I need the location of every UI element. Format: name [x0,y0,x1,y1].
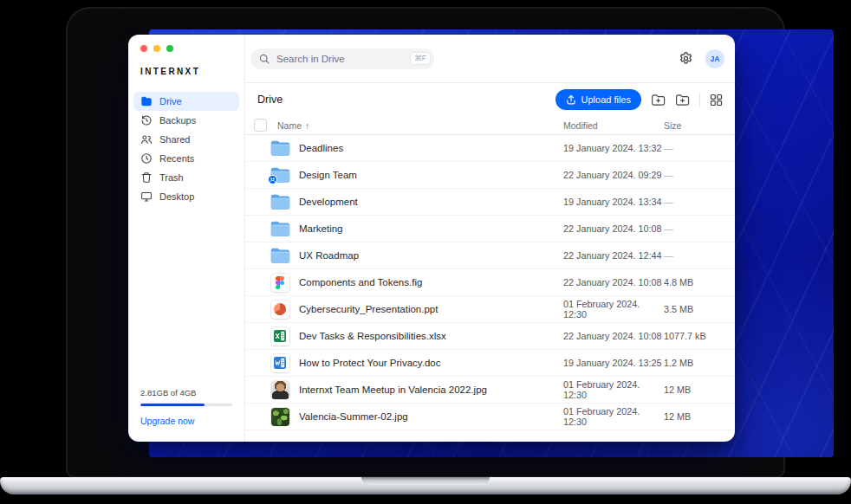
sidebar-item-drive[interactable]: Drive [133,92,239,111]
sidebar-item-backups[interactable]: Backups [133,111,239,130]
zoom-window-icon[interactable] [166,45,173,52]
row-icon-slot [270,381,290,399]
toolbar-actions: Upload files [555,89,723,110]
storage-progress-bar [140,404,232,406]
storage-section: 2.81GB of 4GB Upgrade now [128,388,244,442]
row-icon-slot [270,194,290,210]
search-input[interactable] [275,53,406,65]
upload-folder-icon [651,94,666,107]
storage-progress-fill [140,404,205,406]
laptop-mockup: INTERNXT Drive Backups Shared Recents Tr… [0,0,851,504]
table-row[interactable]: How to Protect Your Privacy.doc 19 Janua… [245,350,735,377]
row-icon-slot [270,274,290,292]
avatar[interactable]: JA [705,49,724,68]
desktop-icon [140,191,153,203]
row-icon-slot [270,140,290,156]
word-file-icon [271,354,289,372]
page-title: Drive [257,94,283,106]
toolbar-divider [699,93,700,107]
table-row[interactable]: UX Roadmap 22 January 2024. 12:44 — [245,242,735,269]
table-row[interactable]: Development 19 January 2024. 13:34 — [245,189,735,216]
row-icon-slot [270,354,290,372]
upload-icon [566,94,576,105]
photo-thumbnail [271,408,289,426]
upload-folder-button[interactable] [651,94,666,107]
upgrade-now-link[interactable]: Upgrade now [140,416,232,426]
folder-icon [270,194,290,210]
topbar: ⌘F JA [245,35,735,83]
sidebar-item-desktop[interactable]: Desktop [133,187,239,206]
row-icon-slot [270,221,290,236]
column-header-modified[interactable]: Modified [563,120,664,131]
storage-usage-label: 2.81GB of 4GB [140,388,232,397]
sidebar-item-shared[interactable]: Shared [133,130,239,149]
window-controls [128,45,244,52]
upload-files-button[interactable]: Upload files [555,89,641,110]
sort-ascending-icon: ↑ [305,120,309,131]
sidebar: INTERNXT Drive Backups Shared Recents Tr… [128,35,245,442]
laptop-base-notch [361,477,490,485]
settings-button[interactable] [679,51,693,66]
grid-view-button[interactable] [710,94,723,107]
folder-icon [270,221,290,236]
table-row[interactable]: Design Team 22 January 2024. 09:29 — [245,162,735,189]
folder-icon [270,248,290,263]
table-row[interactable]: Internxt Team Meetup in Valencia 2022.jp… [245,377,735,404]
search-shortcut-badge: ⌘F [411,53,430,64]
table-row[interactable]: Deadlines 19 January 2024. 13:32 — [245,135,735,162]
main-panel: ⌘F JA Drive Upload files [245,35,735,442]
file-list: Deadlines 19 January 2024. 13:32 — Desig… [245,135,735,442]
photo-thumbnail [271,381,289,399]
excel-file-icon [271,327,289,346]
table-row[interactable]: Components and Tokens.fig 22 January 202… [245,269,735,296]
recents-icon [140,152,153,165]
close-window-icon[interactable] [140,45,147,52]
sidebar-nav: Drive Backups Shared Recents Trash Deskt… [128,87,244,206]
sidebar-item-recents[interactable]: Recents [133,149,239,168]
table-header: Name ↑ Modified Size [245,116,735,135]
internxt-drive-window: INTERNXT Drive Backups Shared Recents Tr… [128,35,735,442]
table-row[interactable]: Cybersecurity_Presentation.ppt 01 Februa… [245,296,735,323]
grid-view-icon [710,94,723,107]
content-header: Drive Upload files [245,83,735,116]
folder-icon [270,140,290,156]
row-icon-slot [270,167,290,183]
drive-folder-icon [140,95,153,107]
shared-icon [140,133,153,145]
trash-icon [140,171,153,184]
select-all-checkbox[interactable] [254,119,267,132]
row-icon-slot [270,300,290,319]
row-icon-slot [270,248,290,263]
column-header-size[interactable]: Size [664,120,723,131]
powerpoint-file-icon [271,300,289,319]
table-row[interactable]: Valencia-Summer-02.jpg 01 February 2024.… [245,404,735,430]
row-icon-slot [270,327,290,346]
backups-icon [140,114,153,126]
create-folder-icon [675,94,690,107]
table-row[interactable]: Marketing 22 January 2024. 10:08 — [245,216,735,242]
create-folder-button[interactable] [675,94,690,107]
table-row[interactable]: Dev Tasks & Responsibilities.xlsx 22 Jan… [245,323,735,350]
search-icon [259,54,270,64]
figma-file-icon [271,274,289,292]
search-bar[interactable]: ⌘F [250,48,434,69]
minimize-window-icon[interactable] [153,45,160,52]
internxt-logo: INTERNXT [140,67,232,76]
row-icon-slot [270,408,290,426]
column-header-name[interactable]: Name ↑ [277,120,563,131]
shared-badge-icon [268,175,277,184]
shared-folder-icon [270,167,290,183]
sidebar-item-trash[interactable]: Trash [133,168,239,187]
gear-icon [679,51,693,66]
